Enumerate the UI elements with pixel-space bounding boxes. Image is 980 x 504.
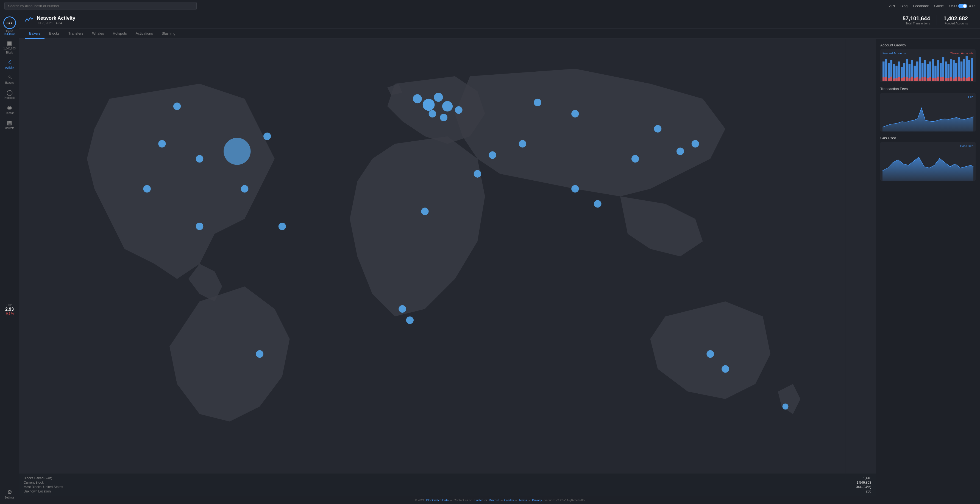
svg-rect-65 — [961, 62, 963, 81]
svg-point-13 — [429, 110, 436, 117]
sidebar-item-activity[interactable]: ☇ Activity — [1, 57, 18, 71]
currency-xtz-label: XTZ — [969, 4, 975, 8]
tab-transfers[interactable]: Transfers — [64, 29, 88, 39]
gas-used-section: Gas Used Gas Used — [880, 136, 975, 181]
page-title-group: Network Activity Jul 7, 2021 14:34 — [37, 15, 75, 25]
sidebar-item-bakers[interactable]: ♨ Bakers — [1, 73, 18, 87]
top-nav: API Blog Feedback Guide USD XTZ — [0, 0, 980, 12]
blocks-baked-value: 1,440 — [465, 476, 871, 480]
svg-rect-104 — [971, 78, 973, 81]
funded-accounts-value: 1,402,682 — [943, 15, 968, 22]
footer-contact: Contact us on — [454, 499, 473, 502]
tab-hotspots[interactable]: Hotspots — [108, 29, 131, 39]
sidebar-item-protocols[interactable]: ◯ Protocols — [1, 87, 18, 101]
sidebar-item-election[interactable]: ◉ Election — [1, 103, 18, 117]
svg-point-28 — [399, 305, 406, 313]
footer-credits-link[interactable]: Credits — [504, 499, 514, 502]
nav-links: API Blog Feedback Guide USD XTZ — [889, 4, 975, 8]
svg-rect-62 — [953, 60, 955, 81]
transaction-fees-title: Transaction Fees — [880, 87, 975, 91]
svg-point-17 — [571, 110, 579, 117]
footer-discord-link[interactable]: Discord — [489, 499, 499, 502]
svg-rect-74 — [893, 79, 895, 81]
svg-point-24 — [421, 208, 428, 215]
footer-privacy-link[interactable]: Privacy — [532, 499, 542, 502]
sidebar-usd-info: USD 2.93 -0.3 % — [5, 302, 14, 317]
bakers-icon: ♨ — [7, 74, 12, 80]
cycle-badge: 377 — [3, 16, 16, 29]
svg-rect-96 — [950, 77, 952, 81]
tab-blocks[interactable]: Blocks — [45, 29, 64, 39]
tab-whales[interactable]: Whales — [88, 29, 108, 39]
svg-point-7 — [196, 223, 203, 230]
footer-version: version: v2.2.5-11-g073eb28b — [544, 499, 584, 502]
svg-rect-73 — [890, 77, 892, 81]
sidebar-item-cycle[interactable]: 377 Cycle +1d 46min — [3, 15, 16, 37]
settings-label: Settings — [5, 496, 14, 499]
body-area: Blocks Baked (24h) 1,440 Current Block 1… — [19, 39, 980, 496]
protocols-label: Protocols — [4, 97, 15, 99]
blog-link[interactable]: Blog — [900, 4, 907, 8]
api-link[interactable]: API — [889, 4, 895, 8]
sidebar-item-settings[interactable]: ⚙ Settings — [1, 487, 18, 501]
svg-rect-75 — [896, 78, 897, 81]
protocols-icon: ◯ — [6, 90, 13, 95]
svg-point-21 — [632, 155, 639, 163]
page-title: Network Activity — [37, 15, 75, 21]
svg-rect-94 — [945, 78, 947, 81]
page-subtitle: Jul 7, 2021 14:34 — [37, 21, 75, 25]
svg-rect-81 — [911, 77, 913, 81]
election-label: Election — [5, 111, 14, 114]
svg-rect-82 — [913, 78, 916, 81]
footer-terms-link[interactable]: Terms — [519, 499, 527, 502]
account-growth-title: Account Growth — [880, 43, 975, 47]
svg-point-12 — [442, 101, 453, 111]
bakers-label: Bakers — [5, 81, 14, 84]
election-icon: ◉ — [7, 105, 12, 110]
footer-company-link[interactable]: Blockwatch Data — [426, 499, 449, 502]
tab-slashing[interactable]: Slashing — [158, 29, 180, 39]
sidebar-item-block[interactable]: ▣ 1,546,803 Block — [1, 38, 18, 56]
feedback-link[interactable]: Feedback — [913, 4, 929, 8]
svg-rect-72 — [888, 78, 890, 81]
svg-rect-90 — [934, 78, 937, 81]
transaction-fees-svg — [883, 100, 974, 132]
cycle-sublabel: +1d 46min — [3, 33, 15, 35]
block-icon: ▣ — [7, 40, 12, 46]
footer-twitter-link[interactable]: Twitter — [474, 499, 483, 502]
svg-rect-83 — [916, 77, 918, 81]
current-block-value: 1,546,803 — [465, 481, 871, 485]
sidebar-item-markets[interactable]: ▩ Markets — [1, 118, 18, 132]
guide-link[interactable]: Guide — [934, 4, 944, 8]
map-container: Blocks Baked (24h) 1,440 Current Block 1… — [19, 39, 876, 496]
svg-point-15 — [455, 106, 462, 114]
svg-point-16 — [534, 99, 541, 106]
currency-toggle-switch[interactable] — [958, 4, 967, 8]
tab-activations[interactable]: Activations — [131, 29, 158, 39]
svg-rect-71 — [885, 77, 887, 81]
activity-label: Activity — [5, 66, 14, 69]
usd-label: USD — [6, 304, 12, 307]
svg-point-30 — [783, 404, 789, 410]
content-area: Network Activity Jul 7, 2021 14:34 57,10… — [19, 12, 980, 504]
gas-used-title: Gas Used — [880, 136, 975, 140]
currency-usd-label: USD — [949, 4, 957, 8]
svg-point-9 — [413, 94, 422, 103]
sidebar: 377 Cycle +1d 46min ▣ 1,546,803 Block ☇ … — [0, 12, 19, 504]
block-number: 1,546,803 — [3, 47, 16, 50]
transaction-fees-section: Transaction Fees Fee — [880, 87, 975, 132]
fee-legend: Fee — [968, 95, 974, 98]
markets-label: Markets — [5, 127, 14, 130]
svg-point-19 — [676, 148, 684, 155]
svg-rect-69 — [971, 58, 973, 81]
svg-point-14 — [440, 114, 447, 121]
tab-bakers[interactable]: Bakers — [25, 29, 45, 39]
cycle-label: Cycle — [6, 30, 13, 33]
svg-rect-59 — [945, 62, 947, 81]
markets-icon: ▩ — [7, 120, 12, 125]
search-input[interactable] — [5, 2, 197, 10]
page-stats: 57,101,644 Total Transactions 1,402,682 … — [896, 15, 975, 25]
unknown-location-value: 266 — [465, 490, 871, 493]
svg-rect-78 — [904, 77, 905, 81]
svg-point-22 — [571, 185, 579, 192]
